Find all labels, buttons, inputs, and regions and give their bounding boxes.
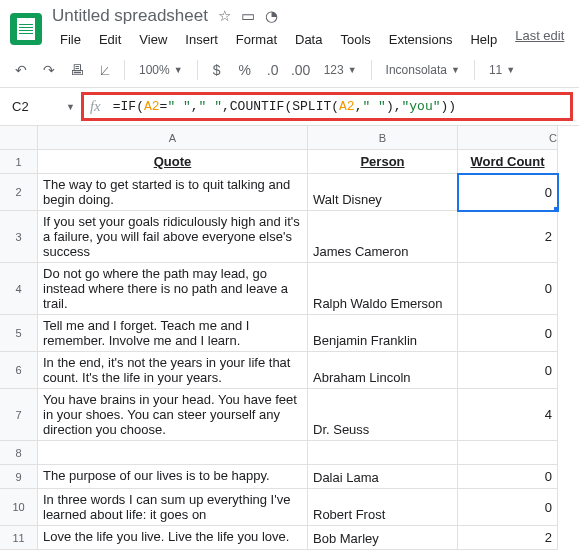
col-header-a[interactable]: A — [38, 126, 308, 150]
menu-help[interactable]: Help — [462, 28, 505, 51]
spreadsheet-grid[interactable]: 1234567891011 A B C Quote Person Word Co… — [0, 126, 579, 550]
undo-icon[interactable]: ↶ — [10, 59, 32, 81]
name-box-chevron-icon[interactable]: ▼ — [66, 102, 75, 112]
separator — [197, 60, 198, 80]
cell[interactable]: 0 — [458, 263, 558, 315]
row-header[interactable]: 4 — [0, 263, 38, 315]
menu-file[interactable]: File — [52, 28, 89, 51]
cell[interactable] — [38, 441, 308, 465]
fx-icon: fx — [90, 98, 101, 115]
row-header[interactable]: 9 — [0, 465, 38, 489]
row-header[interactable]: 8 — [0, 441, 38, 465]
cell[interactable]: 2 — [458, 526, 558, 550]
cell[interactable] — [308, 441, 458, 465]
cell[interactable]: 0 — [458, 174, 558, 211]
row-header[interactable]: 1 — [0, 150, 38, 174]
cell[interactable]: Bob Marley — [308, 526, 458, 550]
menubar: File Edit View Insert Format Data Tools … — [52, 28, 564, 51]
header-person[interactable]: Person — [308, 150, 458, 174]
cell[interactable]: Walt Disney — [308, 174, 458, 211]
cell[interactable]: 2 — [458, 211, 558, 263]
increase-decimal-icon[interactable]: .00 — [290, 59, 312, 81]
cell[interactable]: You have brains in your head. You have f… — [38, 389, 308, 441]
separator — [474, 60, 475, 80]
doc-title[interactable]: Untitled spreadsheet — [52, 6, 208, 26]
cell[interactable]: Tell me and I forget. Teach me and I rem… — [38, 315, 308, 352]
cell[interactable]: Do not go where the path may lead, go in… — [38, 263, 308, 315]
cell[interactable]: 4 — [458, 389, 558, 441]
header-wordcount[interactable]: Word Count — [458, 150, 558, 174]
col-header-c[interactable]: C — [458, 126, 558, 150]
font-dropdown[interactable]: Inconsolata▼ — [380, 61, 466, 79]
cell[interactable] — [458, 441, 558, 465]
cell[interactable]: Dr. Seuss — [308, 389, 458, 441]
cell[interactable]: 0 — [458, 465, 558, 489]
menu-extensions[interactable]: Extensions — [381, 28, 461, 51]
separator — [371, 60, 372, 80]
menu-tools[interactable]: Tools — [332, 28, 378, 51]
toolbar: ↶ ↷ 🖶 ⟀ 100%▼ $ % .0 .00 123▼ Inconsolat… — [0, 53, 579, 88]
menu-view[interactable]: View — [131, 28, 175, 51]
currency-icon[interactable]: $ — [206, 59, 228, 81]
number-format-dropdown[interactable]: 123▼ — [318, 61, 363, 79]
cloud-icon[interactable]: ◔ — [265, 7, 278, 25]
menu-edit[interactable]: Edit — [91, 28, 129, 51]
header-quote[interactable]: Quote — [38, 150, 308, 174]
row-header[interactable]: 7 — [0, 389, 38, 441]
cell[interactable]: Abraham Lincoln — [308, 352, 458, 389]
cell[interactable]: 0 — [458, 489, 558, 526]
row-header[interactable]: 3 — [0, 211, 38, 263]
cell[interactable]: Ralph Waldo Emerson — [308, 263, 458, 315]
cell[interactable]: The purpose of our lives is to be happy. — [38, 465, 308, 489]
last-edit-link[interactable]: Last edit — [515, 28, 564, 51]
menu-format[interactable]: Format — [228, 28, 285, 51]
redo-icon[interactable]: ↷ — [38, 59, 60, 81]
formula-bar-highlight: fx =IF(A2=" "," ",COUNTIF(SPLIT(A2," "),… — [81, 92, 573, 121]
formula-bar[interactable]: =IF(A2=" "," ",COUNTIF(SPLIT(A2," "),"yo… — [113, 99, 456, 114]
cell[interactable]: In three words I can sum up everything I… — [38, 489, 308, 526]
cell[interactable]: If you set your goals ridiculously high … — [38, 211, 308, 263]
cell[interactable]: 0 — [458, 315, 558, 352]
decrease-decimal-icon[interactable]: .0 — [262, 59, 284, 81]
select-all-corner[interactable] — [0, 126, 38, 150]
row-header[interactable]: 11 — [0, 526, 38, 550]
row-header[interactable]: 6 — [0, 352, 38, 389]
paint-format-icon[interactable]: ⟀ — [94, 59, 116, 81]
percent-icon[interactable]: % — [234, 59, 256, 81]
row-header[interactable]: 10 — [0, 489, 38, 526]
cell-reference[interactable]: C2 — [6, 96, 66, 117]
row-header[interactable]: 2 — [0, 174, 38, 211]
menu-data[interactable]: Data — [287, 28, 330, 51]
cell[interactable]: In the end, it's not the years in your l… — [38, 352, 308, 389]
cell[interactable]: Benjamin Franklin — [308, 315, 458, 352]
col-header-b[interactable]: B — [308, 126, 458, 150]
font-size-dropdown[interactable]: 11▼ — [483, 61, 521, 79]
cell[interactable]: Dalai Lama — [308, 465, 458, 489]
zoom-dropdown[interactable]: 100%▼ — [133, 61, 189, 79]
menu-insert[interactable]: Insert — [177, 28, 226, 51]
separator — [124, 60, 125, 80]
cell[interactable]: The way to get started is to quit talkin… — [38, 174, 308, 211]
move-icon[interactable]: ▭ — [241, 7, 255, 25]
star-icon[interactable]: ☆ — [218, 7, 231, 25]
cell[interactable]: 0 — [458, 352, 558, 389]
cell[interactable]: Robert Frost — [308, 489, 458, 526]
sheets-logo — [10, 13, 42, 45]
cell[interactable]: James Cameron — [308, 211, 458, 263]
cell[interactable]: Love the life you live. Live the life yo… — [38, 526, 308, 550]
row-header[interactable]: 5 — [0, 315, 38, 352]
print-icon[interactable]: 🖶 — [66, 59, 88, 81]
